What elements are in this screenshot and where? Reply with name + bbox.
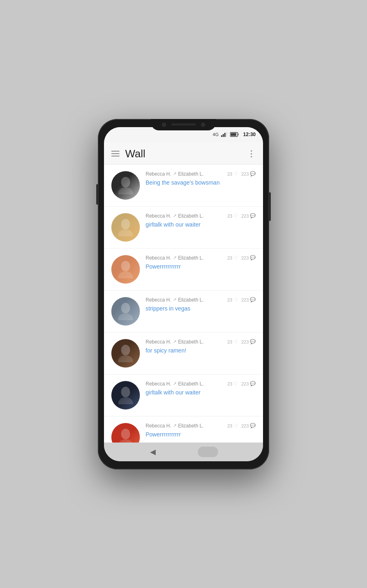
author-to: Elizabeth L. (178, 423, 204, 429)
svg-rect-5 (238, 134, 239, 135)
author-from: Rebecca H. (146, 213, 171, 219)
heart-icon: ♡ (234, 297, 238, 303)
item-meta: Rebecca H. ↗ Elizabeth L. 23 ♡ 223 💬 (146, 297, 256, 303)
item-content: Rebecca H. ↗ Elizabeth L. 23 ♡ 223 💬 (146, 297, 256, 312)
item-content: Rebecca H. ↗ Elizabeth L. 23 ♡ 223 💬 (146, 423, 256, 438)
avatar-image (111, 339, 140, 368)
svg-point-9 (121, 219, 130, 229)
feed-item[interactable]: Rebecca H. ↗ Elizabeth L. 23 ♡ 223 💬 (104, 333, 263, 374)
avatar-image (111, 297, 140, 326)
hamburger-menu-button[interactable] (111, 151, 119, 156)
heart-icon: ♡ (234, 213, 238, 219)
avatar (111, 255, 140, 284)
feed-item[interactable]: Rebecca H. ↗ Elizabeth L. 23 ♡ 223 💬 (104, 249, 263, 291)
comments-count: 223 (241, 255, 249, 260)
avatar (111, 213, 140, 242)
feed-item[interactable]: Rebecca H. ↗ Elizabeth L. 23 ♡ 223 💬 (104, 207, 263, 249)
author-to: Elizabeth L. (178, 381, 204, 387)
avatar (111, 423, 140, 443)
svg-point-7 (121, 177, 130, 187)
feed-item[interactable]: Rebecca H. ↗ Elizabeth L. 23 ♡ 223 💬 (104, 374, 263, 416)
comments-stat: 223 💬 (241, 171, 256, 176)
author-to: Elizabeth L. (178, 297, 204, 303)
author-from: Rebecca H. (146, 339, 171, 345)
avatar (111, 297, 140, 326)
item-meta: Rebecca H. ↗ Elizabeth L. 23 ♡ 223 💬 (146, 171, 256, 177)
likes-stat: 23 ♡ (227, 213, 238, 219)
item-content: Rebecca H. ↗ Elizabeth L. 23 ♡ 223 💬 (146, 381, 256, 396)
author-to: Elizabeth L. (178, 255, 204, 261)
item-authors: Rebecca H. ↗ Elizabeth L. (146, 171, 203, 177)
comments-count: 223 (241, 339, 249, 344)
item-title[interactable]: Powerrrrrrrrrrr (146, 263, 256, 270)
status-icons: 4G 12:30 (213, 132, 256, 137)
avatar-image (111, 171, 140, 200)
item-title[interactable]: Powerrrrrrrrrrr (146, 431, 256, 438)
feed-item[interactable]: Rebecca H. ↗ Elizabeth L. 23 ♡ 223 💬 (104, 291, 263, 333)
item-title[interactable]: Being the savage's bowsman (146, 179, 256, 186)
avatar (111, 381, 140, 410)
svg-point-8 (118, 187, 133, 194)
page-title: Wall (125, 148, 146, 160)
share-arrow-icon: ↗ (173, 171, 177, 176)
more-options-button[interactable]: ⋮ (247, 149, 256, 159)
signal-indicator: 4G (213, 132, 219, 137)
author-from: Rebecca H. (146, 423, 171, 429)
item-title[interactable]: for spicy ramen! (146, 347, 256, 354)
share-arrow-icon: ↗ (173, 297, 177, 302)
comments-stat: 223 💬 (241, 255, 256, 260)
likes-stat: 23 ♡ (227, 339, 238, 345)
avatar-image (111, 255, 140, 284)
item-authors: Rebecca H. ↗ Elizabeth L. (146, 423, 203, 429)
comments-count: 223 (241, 172, 249, 176)
heart-icon: ♡ (234, 255, 238, 261)
avatar-image (111, 381, 140, 410)
author-to: Elizabeth L. (178, 339, 204, 345)
home-indicator[interactable] (198, 447, 218, 457)
author-from: Rebecca H. (146, 381, 171, 387)
svg-point-16 (118, 355, 133, 362)
comment-icon: 💬 (250, 213, 256, 218)
front-camera (162, 123, 166, 127)
share-arrow-icon: ↗ (173, 339, 177, 344)
comment-icon: 💬 (250, 339, 256, 344)
author-from: Rebecca H. (146, 297, 171, 303)
item-meta: Rebecca H. ↗ Elizabeth L. 23 ♡ 223 💬 (146, 381, 256, 387)
comments-count: 223 (241, 214, 249, 218)
item-title[interactable]: strippers in vegas (146, 305, 256, 312)
comment-icon: 💬 (250, 381, 256, 386)
phone-screen: 4G 12:30 (104, 127, 263, 461)
item-stats: 23 ♡ 223 💬 (227, 339, 256, 345)
svg-rect-3 (226, 132, 227, 137)
svg-point-11 (121, 261, 130, 271)
hamburger-line-2 (111, 153, 119, 154)
comments-count: 223 (241, 381, 249, 386)
item-title[interactable]: girltalk with our waiter (146, 221, 256, 228)
share-arrow-icon: ↗ (173, 213, 177, 218)
comments-stat: 223 💬 (241, 297, 256, 302)
item-title[interactable]: girltalk with our waiter (146, 389, 256, 396)
back-button[interactable]: ◀ (149, 448, 157, 456)
bottom-navigation: ◀ (104, 443, 263, 461)
item-stats: 23 ♡ 223 💬 (227, 381, 256, 387)
item-stats: 23 ♡ 223 💬 (227, 297, 256, 303)
likes-stat: 23 ♡ (227, 255, 238, 261)
share-arrow-icon: ↗ (173, 423, 177, 428)
heart-icon: ♡ (234, 381, 238, 387)
comments-stat: 223 💬 (241, 423, 256, 428)
svg-point-15 (121, 345, 130, 355)
feed-item[interactable]: Rebecca H. ↗ Elizabeth L. 23 ♡ 223 💬 (104, 416, 263, 443)
item-stats: 23 ♡ 223 💬 (227, 255, 256, 261)
item-content: Rebecca H. ↗ Elizabeth L. 23 ♡ 223 💬 (146, 255, 256, 270)
item-authors: Rebecca H. ↗ Elizabeth L. (146, 339, 203, 345)
front-camera-2 (201, 123, 205, 127)
likes-count: 23 (227, 339, 232, 344)
feed-item[interactable]: Rebecca H. ↗ Elizabeth L. 23 ♡ 223 💬 (104, 165, 263, 207)
svg-rect-0 (221, 135, 222, 137)
likes-count: 23 (227, 297, 232, 302)
item-content: Rebecca H. ↗ Elizabeth L. 23 ♡ 223 💬 (146, 213, 256, 228)
item-meta: Rebecca H. ↗ Elizabeth L. 23 ♡ 223 💬 (146, 339, 256, 345)
comment-icon: 💬 (250, 423, 256, 428)
likes-count: 23 (227, 255, 232, 260)
item-content: Rebecca H. ↗ Elizabeth L. 23 ♡ 223 💬 (146, 171, 256, 186)
